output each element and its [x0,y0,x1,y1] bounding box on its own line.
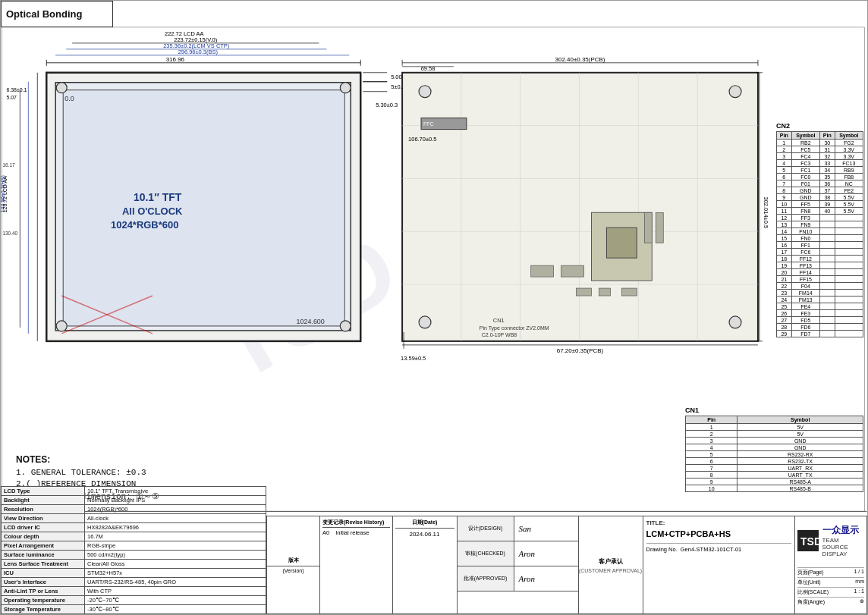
title-block-label: TITLE: [646,519,791,526]
svg-point-54 [419,316,431,328]
cn2-cell [819,331,835,337]
cn2-cell [835,297,863,303]
cn2-data-row: 21FF15 [777,276,863,283]
cn2-cell: FN0 [791,235,819,242]
cn2-cell: 3.3V [835,153,863,160]
svg-text:69.58: 69.58 [421,65,436,72]
company-name: 一众显示 [822,524,865,537]
cn1-header-cell: Symbol [737,416,863,424]
cn1-cell: RS485-B [737,485,863,492]
design-row: 设计(DESIGN) San [458,516,578,541]
notes-title: NOTES: [16,454,380,465]
cn1-header-row: PinSymbol [686,416,863,424]
cn1-cell: 5V [737,424,863,431]
cn2-data-row: 11FN8405.5V [777,208,863,215]
cn2-cell: FF14 [791,269,819,276]
cn2-header-cell: Symbol [835,132,863,140]
svg-text:235.36±0.2(LCM VS CTP): 235.36±0.2(LCM VS CTP) [163,42,230,49]
scale-value: 1 : 1 [854,588,864,596]
cn2-data-row: 22F04 [777,283,863,290]
cn2-cell: 28 [777,324,792,331]
version-title: 版本 [267,555,319,566]
cn2-data-row: 27FD5 [777,317,863,324]
cn2-cell: 6 [777,174,792,180]
cn2-cell: FD7 [791,331,819,337]
cn2-cell [819,283,835,290]
revision-row-0: A0 Initial release [322,529,390,536]
cn2-data-row: 16FF1 [777,242,863,249]
cn1-cell: 10 [686,485,737,492]
cn2-cell: 5.5V [835,194,863,201]
cn2-cell [835,276,863,283]
cn2-header-row: PinSymbolPinSymbol [777,132,863,140]
cn2-cell [819,324,835,331]
spec-row: Anti-Lint TP or LensWith CTP [2,587,266,596]
version-block: 版本 (Version) [267,516,320,613]
svg-rect-2 [55,83,351,331]
cn2-cell [835,290,863,297]
cn2-cell: FF15 [791,276,819,283]
svg-text:222.72 LCD AA: 222.72 LCD AA [165,30,204,37]
cn2-data-row: 4FC333FC13 [777,160,863,167]
svg-point-56 [729,316,741,328]
svg-text:106.70±0.5: 106.70±0.5 [408,136,436,143]
cn1-title: CN1 [685,406,863,414]
cn2-cell: FE2 [835,187,863,194]
cn2-cell [819,297,835,303]
cn2-data-row: 9GND385.5V [777,194,863,201]
spec-label: Pixel Arrangement [2,541,85,551]
spec-row: Pixel ArrangementRGB-stripe [2,541,266,551]
cn2-cell [835,324,863,331]
cn1-cell: 4 [686,444,737,451]
revision-version-a0: A0 [322,529,329,536]
watermark: TSD [195,212,413,403]
svg-rect-62 [599,288,610,296]
svg-text:130.40: 130.40 [2,231,17,236]
cn2-cell: FF1 [791,242,819,249]
cn2-cell [819,276,835,283]
cn2-cell [835,262,863,269]
cn2-cell: 30 [819,140,835,146]
spec-label: Backlight [2,496,85,505]
spec-value: -30℃~80℃ [85,605,266,614]
bottom-bar: 版本 (Version) 变更记录(Revise History) A0 Ini… [266,516,867,614]
cn2-cell: FB8 [835,174,863,180]
cn1-cell: 5V [737,431,863,438]
cn2-cell: 40 [819,208,835,215]
spec-value: 16.7M [85,532,266,541]
svg-text:0.0: 0.0 [64,95,74,102]
spec-label: Anti-Lint TP or Lens [2,587,85,596]
revision-block: 变更记录(Revise History) A0 Initial release [320,516,393,613]
tsd-logo-svg: TSD [797,530,819,551]
title-bar: Optical Bonding [1,1,113,27]
svg-text:5.00: 5.00 [391,74,402,80]
spec-label: View Direction [2,514,85,523]
cn1-cell: UART_TX [737,472,863,479]
svg-rect-58 [606,227,637,258]
cn2-data-row: 29FD7 [777,331,863,337]
cn2-cell: 15 [777,235,792,242]
cn2-data-row: 19FF13 [777,262,863,269]
approved-value: Aron [514,573,540,585]
spec-row: ICUSTM32+H57x [2,569,266,578]
unit-label: 单位(Unit) [797,579,821,586]
cn1-cell: GND [737,444,863,451]
cn1-data-row: 15V [686,424,863,431]
cn1-cell: UART_RX [737,465,863,472]
cn2-cell: 25 [777,303,792,310]
checked-row: 审核(CHECKED) Aron [458,541,578,566]
meta-unit: 单位(Unit) mm [797,577,865,587]
cn2-cell: 29 [777,331,792,337]
spec-row: Colour depth16.7M [2,532,266,541]
cn1-data-row: 5RS232-RX [686,451,863,458]
cn2-container: CN2 PinSymbolPinSymbol1RB230FG22FC5313.3… [776,122,863,337]
spec-row: Resolution1024(RGB)*600 [2,505,266,514]
cn1-cell: 5 [686,451,737,458]
svg-line-10 [61,296,153,334]
cn2-cell [835,283,863,290]
svg-rect-43 [402,73,758,341]
svg-rect-59 [531,265,554,277]
spec-value: HX8282A&EK79696 [85,523,266,532]
cn2-cell [835,221,863,228]
cn1-cell: 6 [686,458,737,465]
